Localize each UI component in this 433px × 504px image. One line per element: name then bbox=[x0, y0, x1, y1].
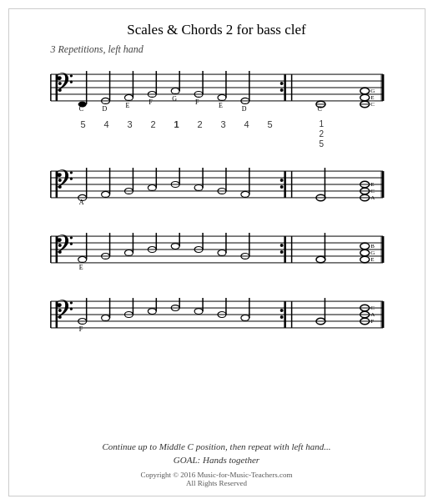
svg-point-125 bbox=[315, 256, 325, 263]
copyright-line1: Copyright © 2016 Music-for-Music-Teacher… bbox=[141, 471, 293, 479]
svg-point-164 bbox=[240, 315, 249, 320]
svg-point-35 bbox=[217, 94, 225, 100]
svg-point-152 bbox=[101, 315, 109, 320]
svg-point-113 bbox=[124, 249, 133, 255]
svg-text:B: B bbox=[370, 243, 375, 249]
svg-text:F: F bbox=[195, 98, 199, 105]
staff-row-2: 𝄢 A bbox=[26, 156, 408, 214]
svg-text:C: C bbox=[317, 104, 321, 112]
finger-4b: 4 bbox=[235, 119, 259, 149]
svg-text:E: E bbox=[370, 255, 374, 262]
svg-point-29 bbox=[171, 88, 179, 93]
svg-text:D: D bbox=[241, 104, 246, 112]
svg-point-23 bbox=[124, 94, 133, 100]
svg-point-74 bbox=[148, 184, 156, 190]
svg-point-47 bbox=[360, 88, 369, 94]
svg-text:𝄢: 𝄢 bbox=[53, 229, 73, 265]
staff-row-4: 𝄢 F bbox=[26, 286, 408, 345]
finger-5a: 5 bbox=[72, 119, 95, 149]
svg-point-70 bbox=[101, 191, 109, 197]
staff-wrapper-3: 𝄢 E bbox=[26, 221, 408, 280]
svg-point-12 bbox=[279, 88, 283, 91]
svg-text:C: C bbox=[78, 104, 83, 112]
svg-text:F: F bbox=[78, 325, 83, 332]
svg-text:𝄢: 𝄢 bbox=[53, 68, 73, 103]
svg-text:G: G bbox=[370, 87, 375, 93]
svg-text:D: D bbox=[102, 104, 107, 112]
finger-stack-1: 1 2 5 bbox=[320, 119, 325, 149]
page-title: Scales & Chords 2 for bass clef bbox=[127, 22, 305, 38]
finger-2a: 2 bbox=[142, 119, 165, 149]
staff-svg-4: 𝄢 F bbox=[26, 286, 408, 343]
svg-text:A: A bbox=[370, 310, 375, 317]
staff-svg-2: 𝄢 A bbox=[26, 156, 408, 213]
staff-row-3: 𝄢 E bbox=[26, 221, 408, 280]
svg-text:F: F bbox=[149, 98, 153, 105]
svg-text:𝄢: 𝄢 bbox=[53, 164, 73, 199]
svg-point-127 bbox=[360, 256, 369, 263]
svg-point-46 bbox=[360, 94, 369, 101]
finger-3a: 3 bbox=[118, 119, 142, 149]
svg-text:E: E bbox=[370, 180, 374, 187]
finger-4a: 4 bbox=[95, 119, 118, 149]
svg-point-62 bbox=[279, 184, 283, 188]
svg-point-78 bbox=[194, 184, 203, 190]
finger-3b: 3 bbox=[212, 119, 235, 149]
footer-line1: Continue up to Middle C position, then r… bbox=[103, 440, 331, 454]
svg-text:C: C bbox=[370, 305, 375, 311]
svg-point-128 bbox=[360, 249, 369, 256]
svg-point-61 bbox=[279, 179, 283, 182]
svg-point-11 bbox=[279, 82, 283, 85]
svg-text:C: C bbox=[370, 187, 375, 194]
copyright: Copyright © 2016 Music-for-Music-Teacher… bbox=[141, 471, 293, 487]
svg-point-121 bbox=[217, 249, 225, 255]
staff-wrapper-4: 𝄢 F bbox=[26, 286, 408, 345]
svg-text:G: G bbox=[172, 94, 177, 102]
finger-2b: 2 bbox=[189, 119, 212, 149]
staff-wrapper-2: 𝄢 A bbox=[26, 156, 408, 214]
svg-point-143 bbox=[279, 309, 283, 312]
svg-text:A: A bbox=[78, 198, 83, 205]
finger-5b: 5 bbox=[259, 119, 282, 149]
copyright-line2: All Rights Reserved bbox=[141, 479, 293, 487]
svg-point-160 bbox=[194, 308, 203, 314]
svg-text:E: E bbox=[78, 263, 83, 270]
svg-text:F: F bbox=[370, 317, 374, 324]
svg-text:𝄢: 𝄢 bbox=[53, 295, 73, 330]
svg-point-117 bbox=[171, 243, 179, 249]
svg-text:E: E bbox=[218, 101, 222, 108]
svg-text:C: C bbox=[370, 100, 375, 107]
staff-wrapper-1: 𝄢 C D E F bbox=[26, 59, 408, 118]
svg-text:G: G bbox=[370, 249, 375, 255]
footer-line2: GOAL: Hands together bbox=[103, 453, 331, 467]
page: Scales & Chords 2 for bass clef 3 Repeti… bbox=[8, 8, 425, 496]
svg-point-102 bbox=[279, 244, 283, 247]
svg-point-103 bbox=[279, 249, 283, 253]
svg-text:E: E bbox=[125, 101, 129, 108]
svg-text:A: A bbox=[370, 194, 375, 200]
finger-numbers-row1: 5 4 3 2 1 2 3 4 5 1 2 5 bbox=[26, 119, 408, 149]
svg-point-129 bbox=[360, 243, 369, 249]
staff-row-1: 𝄢 C D E F bbox=[26, 59, 408, 149]
staff-svg-1: 𝄢 C D E F bbox=[26, 59, 408, 116]
finger-1a: 1 bbox=[165, 119, 189, 149]
svg-point-144 bbox=[279, 315, 283, 318]
svg-point-82 bbox=[240, 191, 249, 197]
svg-point-108 bbox=[78, 256, 86, 262]
svg-text:E: E bbox=[370, 93, 374, 100]
subtitle: 3 Repetitions, left hand bbox=[51, 43, 143, 56]
staff-svg-3: 𝄢 E bbox=[26, 221, 408, 278]
footer-text: Continue up to Middle C position, then r… bbox=[103, 440, 331, 467]
svg-point-156 bbox=[148, 308, 156, 314]
